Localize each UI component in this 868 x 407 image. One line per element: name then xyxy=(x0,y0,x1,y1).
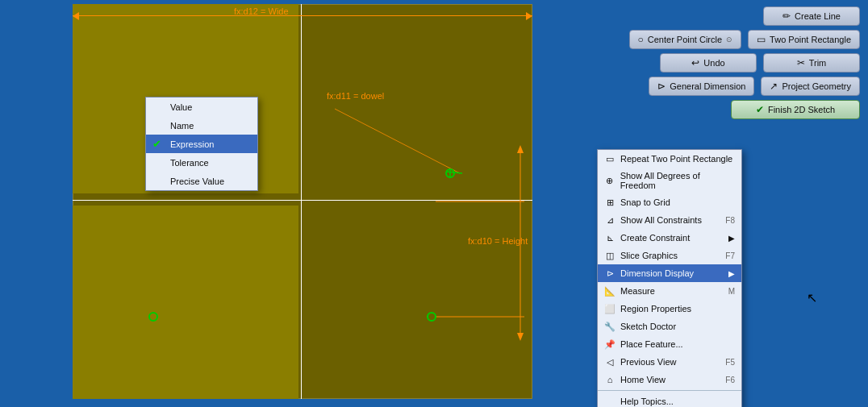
home-icon: ⌂ xyxy=(604,374,616,385)
measure-shortcut: M xyxy=(728,287,735,296)
ctx-item-show-constraints[interactable]: ⊿ Show All Constraints F8 xyxy=(598,211,741,229)
ctx-item-snap-grid[interactable]: ⊞ Snap to Grid xyxy=(598,193,741,211)
ctx-item-repeat[interactable]: ▭ Repeat Two Point Rectangle xyxy=(598,150,741,168)
repeat-icon: ▭ xyxy=(604,153,616,164)
constraints-icon: ⊿ xyxy=(604,214,616,226)
ctx-item-region-properties[interactable]: ⬜ Region Properties xyxy=(598,300,741,318)
dimension-display-submenu: ✔ Value ✔ Name ✔ Expression ✔ Tolerance … xyxy=(145,97,258,191)
grid-h-mid xyxy=(73,200,532,201)
ctx-item-home-view[interactable]: ⌂ Home View F6 xyxy=(598,371,741,388)
submenu-item-expression[interactable]: ✔ Expression xyxy=(146,135,257,153)
place-icon: 📌 xyxy=(604,338,616,350)
home-view-shortcut: F6 xyxy=(725,376,735,384)
dim-height-label: fx:d10 = Height xyxy=(468,236,528,246)
ctx-item-sketch-doctor[interactable]: 🔧 Sketch Doctor xyxy=(598,318,741,335)
ctx-item-dimension-display[interactable]: ⊳ Dimension Display ▶ xyxy=(598,264,741,282)
dimension-icon: ⊳ xyxy=(657,81,666,92)
center-point-circle-button[interactable]: ○ Center Point Circle ⊙ xyxy=(629,30,742,49)
svg-point-9 xyxy=(428,313,436,321)
ctx-item-help-topics[interactable]: Help Topics... xyxy=(598,392,741,407)
svg-line-12 xyxy=(446,172,462,173)
arrow-right xyxy=(526,12,532,20)
dim-line-h-top xyxy=(73,15,532,16)
slice-icon: ◫ xyxy=(604,250,616,261)
finish-icon: ✔ xyxy=(756,104,764,115)
general-dimension-button[interactable]: ⊳ General Dimension xyxy=(649,77,754,96)
ctx-separator xyxy=(598,390,741,391)
measure-icon: 📐 xyxy=(604,285,616,297)
toolbar-row-2: ○ Center Point Circle ⊙ ▭ Two Point Rect… xyxy=(540,30,860,49)
prev-view-shortcut: F5 xyxy=(725,358,735,367)
inner-rect-bl xyxy=(73,206,298,399)
toolbar-row-4: ⊳ General Dimension ↗ Project Geometry xyxy=(540,77,860,96)
svg-line-0 xyxy=(335,109,460,173)
grid-icon: ⊞ xyxy=(604,197,616,208)
undo-icon: ↩ xyxy=(691,57,699,69)
toolbar-row-5: ✔ Finish 2D Sketch xyxy=(540,100,860,119)
dim-display-arrow: ▶ xyxy=(728,269,735,278)
sketch-outer-rect xyxy=(73,4,532,399)
circle-sub-icon: ⊙ xyxy=(726,35,732,44)
slice-shortcut: F7 xyxy=(725,251,735,260)
prev-view-icon: ◁ xyxy=(604,356,616,368)
rect-icon: ▭ xyxy=(757,34,766,45)
ctx-item-slice-graphics[interactable]: ◫ Slice Graphics F7 xyxy=(598,247,741,264)
toolbar-row-3: ↩ Undo ✂ Trim xyxy=(540,53,860,73)
sketch-svg xyxy=(73,4,532,399)
doctor-icon: 🔧 xyxy=(604,321,616,332)
expression-checkmark: ✔ xyxy=(152,138,165,150)
trim-icon: ✂ xyxy=(797,57,805,69)
show-constraints-shortcut: F8 xyxy=(725,216,735,225)
help-icon xyxy=(604,396,616,407)
grid-v-mid xyxy=(301,4,302,399)
dim-width-label: fx:d12 = Wide xyxy=(234,6,289,16)
create-line-button[interactable]: ✏ Create Line xyxy=(763,6,860,26)
two-point-rectangle-button[interactable]: ▭ Two Point Rectangle xyxy=(748,30,860,49)
create-constraint-icon: ⊾ xyxy=(604,232,616,243)
svg-marker-5 xyxy=(517,333,524,341)
canvas-area: fx:d12 = Wide fx:d11 = dowel xyxy=(0,0,532,407)
submenu-item-tolerance[interactable]: ✔ Tolerance xyxy=(146,153,257,172)
sketch-canvas: fx:d12 = Wide fx:d11 = dowel xyxy=(73,4,532,399)
dim-display-icon: ⊳ xyxy=(604,268,616,279)
svg-point-8 xyxy=(149,313,157,321)
region-icon: ⬜ xyxy=(604,303,616,314)
submenu-item-name[interactable]: ✔ Name xyxy=(146,116,257,135)
dof-icon: ⊕ xyxy=(604,175,616,186)
dim-dowel-label: fx:d11 = dowel xyxy=(327,91,384,101)
submenu-item-precise-value[interactable]: ✔ Precise Value xyxy=(146,172,257,190)
context-menu: ▭ Repeat Two Point Rectangle ⊕ Show All … xyxy=(597,149,742,407)
arrow-left xyxy=(73,12,79,20)
ctx-item-show-dof[interactable]: ⊕ Show All Degrees of Freedom xyxy=(598,168,741,193)
submenu-item-value[interactable]: ✔ Value xyxy=(146,98,257,116)
trim-button[interactable]: ✂ Trim xyxy=(763,53,860,73)
ctx-item-create-constraint[interactable]: ⊾ Create Constraint ▶ xyxy=(598,229,741,247)
svg-point-7 xyxy=(446,169,454,177)
create-constraint-arrow: ▶ xyxy=(728,234,735,243)
svg-marker-4 xyxy=(517,145,524,153)
ctx-item-previous-view[interactable]: ◁ Previous View F5 xyxy=(598,353,741,371)
ctx-item-measure[interactable]: 📐 Measure M xyxy=(598,282,741,300)
circle-icon: ○ xyxy=(638,34,644,45)
create-line-icon: ✏ xyxy=(782,10,791,22)
finish-2d-sketch-button[interactable]: ✔ Finish 2D Sketch xyxy=(731,100,860,119)
ctx-item-place-feature[interactable]: 📌 Place Feature... xyxy=(598,335,741,353)
project-geometry-button[interactable]: ↗ Project Geometry xyxy=(761,77,860,96)
project-icon: ↗ xyxy=(770,81,778,92)
undo-button[interactable]: ↩ Undo xyxy=(660,53,757,73)
toolbar-buttons: ✏ Create Line ○ Center Point Circle ⊙ ▭ … xyxy=(532,0,868,126)
toolbar-row-1: ✏ Create Line xyxy=(540,6,860,26)
